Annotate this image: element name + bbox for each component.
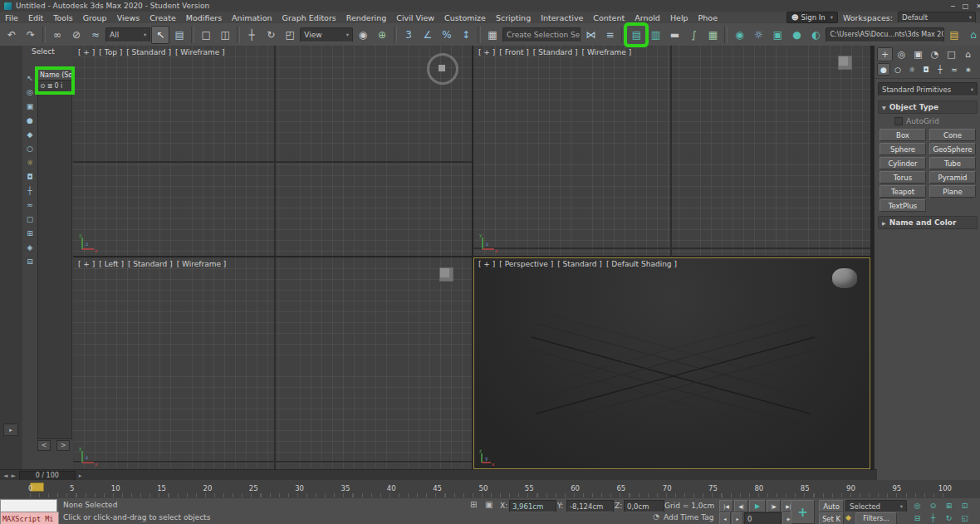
select-and-move-icon[interactable]: ┼	[243, 26, 261, 44]
auto-key-button[interactable]: Auto	[819, 500, 844, 512]
tab-display[interactable]: □	[943, 47, 959, 61]
explorer-lock-icon[interactable]: ▣	[24, 100, 36, 111]
eye-icon[interactable]: ⊙	[40, 82, 46, 90]
snap-toggle-3d-icon[interactable]: 3	[399, 26, 418, 44]
previous-frame-button[interactable]: ◀|	[734, 500, 748, 512]
zoom-all-icon[interactable]: ⊙	[926, 500, 940, 511]
field-of-view-icon[interactable]: ⊡	[958, 500, 972, 511]
viewport-label-segment[interactable]: [ + ]	[478, 260, 495, 268]
toggle-ribbon-icon[interactable]: ▬	[665, 26, 684, 44]
explorer-show-spacewarps-icon[interactable]: ≈	[24, 199, 36, 210]
category-systems[interactable]: ∗	[962, 63, 975, 76]
viewport-top[interactable]: [ + ][ Top ][ Standard ][ Wireframe ] y …	[73, 46, 472, 256]
tab-motion[interactable]: ◔	[927, 47, 943, 61]
primitive-button[interactable]: Plane	[929, 185, 976, 198]
menu-item[interactable]: Modifiers	[181, 12, 227, 23]
explorer-find-icon[interactable]: ◎	[24, 86, 36, 97]
name-color-rollout[interactable]: ▶ Name and Color	[878, 216, 978, 229]
explorer-show-xrefs-icon[interactable]: ⊞	[24, 228, 36, 238]
viewport-label-segment[interactable]: [ Standard ]	[533, 48, 578, 56]
scroll-left-button[interactable]: <	[37, 440, 51, 451]
explorer-show-bones-icon[interactable]: ⊟	[24, 256, 36, 267]
menu-item[interactable]: Create	[145, 12, 181, 23]
explorer-show-groups-icon[interactable]: ▢	[24, 213, 36, 224]
render-iterative-icon[interactable]: ◐	[806, 26, 825, 44]
scroll-right-button[interactable]: >	[56, 440, 70, 451]
menu-item[interactable]: Arnold	[630, 12, 665, 23]
menu-item[interactable]: Graph Editors	[277, 12, 341, 23]
absolute-mode-toggle-icon[interactable]: ⊞	[470, 500, 477, 509]
select-and-scale-icon[interactable]: ◰	[281, 26, 299, 44]
viewport-label-segment[interactable]: [ Perspective ]	[499, 260, 553, 268]
explorer-select-icon[interactable]: ↖	[24, 72, 36, 83]
current-frame-field[interactable]: 0	[744, 512, 782, 524]
mirror-icon[interactable]: ⋈	[581, 26, 600, 44]
edit-named-selection-sets-icon[interactable]: ▦	[483, 26, 502, 44]
primitive-button[interactable]: Cylinder	[880, 157, 926, 169]
redo-icon[interactable]: ↷	[22, 26, 40, 44]
select-and-manipulate-icon[interactable]: ⊕	[373, 26, 391, 44]
spinner-snap-icon[interactable]: ↕	[457, 26, 475, 44]
primitives-dropdown[interactable]: Standard Primitives ▾	[878, 82, 978, 96]
viewport-label-segment[interactable]: [ Standard ]	[557, 260, 602, 268]
orbit-icon[interactable]: ↻	[942, 512, 956, 523]
viewcube-mini[interactable]	[838, 56, 852, 70]
object-type-rollout[interactable]: ▼ Object Type	[878, 100, 978, 114]
primitive-button[interactable]: Teapot	[880, 185, 926, 198]
viewport-label-segment[interactable]: [ Standard ]	[128, 260, 173, 268]
named-selection-set-dropdown[interactable]: Create Selection Set ▾	[502, 27, 581, 42]
viewport-label-segment[interactable]: [ Front ]	[499, 48, 529, 56]
tab-create[interactable]: +	[877, 47, 893, 61]
primitive-button[interactable]: Tube	[929, 157, 976, 169]
curve-editor-icon[interactable]: ∫	[684, 26, 703, 44]
primitive-button[interactable]: Sphere	[880, 143, 926, 155]
primitive-button[interactable]: TextPlus	[880, 199, 926, 212]
maximize-button[interactable]: □	[963, 2, 969, 10]
sign-in-button[interactable]: ☻ Sign In ▾	[786, 12, 838, 23]
tab-hierarchy[interactable]: ▣	[910, 47, 926, 61]
category-geometry[interactable]: ●	[877, 63, 890, 76]
explorer-show-lights-icon[interactable]: ☼	[24, 157, 36, 168]
viewcube-compass[interactable]	[427, 53, 458, 85]
home-icon[interactable]: ⌂	[964, 26, 980, 44]
menu-item[interactable]: Edit	[23, 12, 48, 23]
category-shapes[interactable]: ○	[891, 63, 904, 76]
toggle-scene-explorer-icon[interactable]: ▤	[627, 26, 645, 44]
zoom-icon[interactable]: ◎	[910, 500, 924, 511]
menu-item[interactable]: Rendering	[341, 12, 392, 23]
explorer-show-materials-icon[interactable]: ◈	[24, 242, 36, 252]
toggle-layer-explorer-icon[interactable]: ▥	[646, 26, 664, 44]
category-helpers[interactable]: ┼	[933, 63, 947, 76]
viewport-label-segment[interactable]: [ + ]	[78, 260, 95, 268]
z-coordinate-field[interactable]: 0,0cm	[624, 500, 664, 512]
menu-item[interactable]: Civil View	[391, 12, 439, 23]
scene-explorer-list[interactable]: Name (Sort ⊙ ≣ 0 i	[37, 69, 72, 439]
menu-item[interactable]: Group	[78, 12, 112, 23]
menu-item[interactable]: Help	[665, 12, 693, 23]
key-filters-button[interactable]: Filters...	[855, 512, 897, 524]
viewport-label-segment[interactable]: [ Standard ]	[126, 48, 171, 56]
rendered-frame-window-icon[interactable]: ▣	[768, 26, 786, 44]
select-and-rotate-icon[interactable]: ↻	[262, 26, 280, 44]
primitive-button[interactable]: GeoSphere	[929, 143, 976, 155]
category-cameras[interactable]: ◘	[919, 63, 933, 76]
viewport-label-segment[interactable]: [ Wireframe ]	[175, 48, 225, 56]
menu-item[interactable]: Interactive	[536, 12, 588, 23]
close-button[interactable]: ✕	[976, 2, 980, 10]
explorer-show-helpers-icon[interactable]: ┼	[24, 185, 36, 196]
menu-item[interactable]: Phoe	[693, 12, 723, 23]
timeline-ruler[interactable]: 0510152025303540455055606570758085909510…	[0, 480, 980, 499]
select-object-icon[interactable]: ↖	[151, 26, 169, 44]
undo-icon[interactable]: ↶	[2, 26, 21, 44]
primitive-button[interactable]: Cone	[929, 129, 976, 141]
use-pivot-point-icon[interactable]: ◉	[354, 26, 372, 44]
rectangular-selection-region-icon[interactable]: □	[197, 26, 215, 44]
maximize-viewport-toggle-icon[interactable]: ◱	[958, 512, 972, 523]
previous-key-icon[interactable]: ◂	[719, 512, 731, 524]
trackbar-next-key-icon[interactable]: ►	[11, 473, 15, 479]
window-crossing-icon[interactable]: ◫	[216, 26, 234, 44]
category-spacewarps[interactable]: ≈	[948, 63, 961, 76]
play-button[interactable]: ▶	[749, 500, 766, 512]
viewport-left[interactable]: [ + ][ Left ][ Standard ][ Wireframe ] y…	[73, 257, 472, 469]
viewcube-mini[interactable]	[439, 267, 453, 282]
